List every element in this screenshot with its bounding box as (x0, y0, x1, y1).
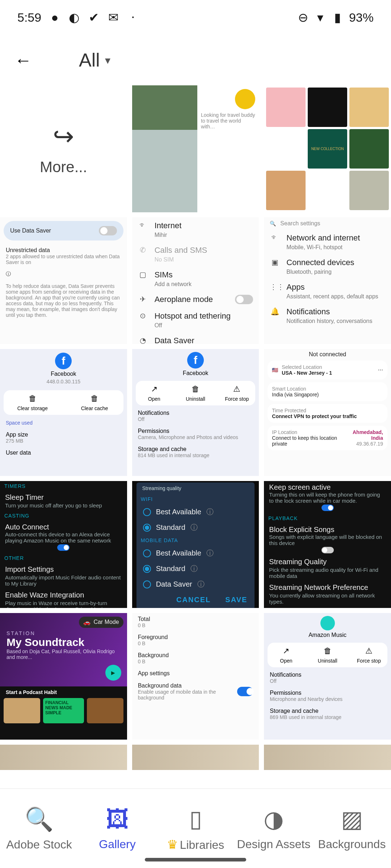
car-mode-chip[interactable]: 🚗 Car Mode (79, 617, 123, 628)
data-saver-toggle[interactable] (99, 226, 117, 235)
clear-cache-button[interactable]: 🗑Clear cache (66, 390, 123, 415)
wifi-best-option[interactable]: Best Availableⓘ (136, 504, 255, 520)
wifi-icon: ᯤ (138, 221, 148, 229)
thumb-data-usage[interactable]: Total0 B Foreground0 B Background0 B App… (132, 613, 259, 740)
hotspot-sub: Off (155, 322, 231, 329)
bgdata-toggle[interactable] (237, 687, 253, 696)
thumb-settings-home[interactable]: 🔍Search settings ᯤNetwork and internetMo… (264, 217, 391, 344)
vpn-ip-v: Connect to keep this location private (272, 435, 341, 447)
fg-value: 0 B (138, 641, 253, 646)
nav-design-assets[interactable]: ◑ Design Assets (235, 789, 313, 868)
mobile-datasaver-option[interactable]: Data Saverⓘ (136, 576, 255, 592)
save-button[interactable]: SAVE (225, 596, 247, 604)
unrestricted-sub: 2 apps allowed to use unrestricted data … (6, 254, 121, 265)
bg-label: Background (138, 652, 253, 659)
am-notif: Notifications (270, 672, 385, 678)
facebook-icon: f (55, 353, 72, 369)
app-size-label: App size (6, 431, 121, 438)
mobile-best-option[interactable]: Best Availableⓘ (136, 545, 255, 561)
total-label: Total (138, 616, 253, 622)
more-tile[interactable]: ↪ More... (0, 85, 127, 212)
vpn-time-l: Time Protected (272, 408, 383, 413)
vpn-smart-l: Smart Location (272, 386, 383, 392)
open-button[interactable]: ↗Open (268, 643, 304, 667)
thumb-photo-3[interactable] (264, 745, 391, 770)
thumb-music-home[interactable]: 🚗 Car Mode STATION My Soundtrack Based o… (0, 613, 127, 740)
waze: Enable Waze Integration (5, 591, 122, 599)
battery-percent: 93% (349, 10, 374, 25)
calls-label: Calls and SMS (155, 246, 207, 255)
auto-connect: Auto Connect (5, 523, 49, 531)
warn-icon: ⚠ (233, 384, 240, 394)
aero-label: Aeroplane mode (155, 295, 213, 304)
more-icon[interactable]: ⋯ (378, 367, 383, 373)
thumb-data-saver[interactable]: Use Data Saver Unrestricted data 2 apps … (0, 217, 127, 344)
album-dropdown[interactable]: All ▾ (79, 49, 110, 71)
app-settings-label: App settings (132, 667, 259, 680)
snp-sub: You currently allow streaming on all net… (269, 592, 386, 605)
bg-value: 0 B (138, 659, 253, 664)
amazon-music-icon (320, 616, 335, 630)
status-bar: 5:59 ● ◐ ✔ ✉ • ⊖ ▾ ▮ 93% (0, 0, 391, 35)
net-sub: Mobile, Wi-Fi, hotspot (286, 244, 360, 251)
nav-backgrounds[interactable]: ▨ Backgrounds (313, 789, 391, 868)
dialog-title: Streaming quality (136, 482, 255, 494)
sims-sub: Add a network (155, 281, 192, 288)
thumb-vpn[interactable]: Not connected 🇺🇸Selected LocationUSA - N… (264, 349, 391, 476)
thumb-photo-1[interactable] (0, 745, 127, 770)
am-perm: Permissions (270, 690, 385, 696)
info-icon: ⓘ (6, 271, 11, 277)
wifi-standard-option[interactable]: Standardⓘ (136, 520, 255, 535)
force-stop-button[interactable]: ⚠Force stop (218, 381, 255, 405)
gesture-bar (145, 858, 246, 861)
gallery-grid: ↪ More... Looking for travel buddy to tr… (0, 85, 391, 770)
datasaver-label: Data Saver (155, 336, 194, 344)
podcast-card[interactable]: FINANCIAL NEWS MADE SIMPLE (43, 698, 84, 723)
app-size-value: 275 MB (6, 438, 121, 444)
thumb-waterfall[interactable]: Looking for travel buddy to travel the w… (132, 85, 259, 212)
aero-toggle[interactable] (235, 295, 253, 304)
total-value: 0 B (138, 622, 253, 628)
nav-gallery[interactable]: 🖼 Gallery (78, 789, 156, 868)
thumb-amazon-appinfo[interactable]: Amazon Music ↗Open 🗑Uninstall ⚠Force sto… (264, 613, 391, 740)
nav-libraries[interactable]: ▯ ♛Libraries (156, 789, 235, 868)
block-toggle[interactable] (321, 547, 334, 553)
cancel-button[interactable]: CANCEL (176, 596, 211, 604)
battery-icon: ▮ (332, 11, 344, 24)
auto-connect-sub: Auto-connect this device to an Alexa dev… (5, 531, 122, 544)
thumb-playback[interactable]: Keep screen activeTurning this on will k… (264, 481, 391, 608)
thumb-stream-dialog[interactable]: Streaming quality WIFI Best Availableⓘ S… (132, 481, 259, 608)
play-button[interactable]: ▶ (105, 665, 121, 681)
nav-adobe-stock[interactable]: 🔍 Adobe Stock (0, 789, 78, 868)
auto-connect-toggle[interactable] (57, 544, 70, 551)
station-sub: Based on Doja Cat, Paul Russell, Olivia … (7, 648, 121, 660)
conn-sub: Bluetooth, pairing (286, 269, 354, 275)
back-button[interactable]: ← (14, 50, 32, 70)
force-stop-button[interactable]: ⚠Force stop (350, 643, 387, 667)
vpn-status: Not connected (268, 351, 387, 358)
mobile-standard-option[interactable]: Standardⓘ (136, 561, 255, 576)
fb-perm-sub: Camera, Microphone and Photos and videos (138, 434, 253, 440)
hotspot-icon: ⊙ (138, 311, 148, 320)
mail-icon: ✉ (107, 11, 119, 24)
notif-sub: Notification history, conversations (286, 318, 372, 324)
keep-screen-toggle[interactable] (321, 505, 334, 511)
thumb-amazon-settings[interactable]: TIMERS Sleep TimerTurn your music off af… (0, 481, 127, 608)
thumb-fb-storage[interactable]: f Facebook 448.0.0.30.115 🗑Clear storage… (0, 349, 127, 476)
internet-sub: Mihir (155, 232, 182, 238)
chat-icon: ● (49, 11, 61, 24)
uninstall-button[interactable]: 🗑Uninstall (177, 381, 214, 405)
mobile-header: MOBILE DATA (136, 535, 255, 545)
app-top-bar: ← All ▾ (0, 35, 391, 85)
clear-storage-button[interactable]: 🗑Clear storage (4, 390, 61, 415)
sleep-timer-sub: Turn your music off after you go to slee… (5, 502, 122, 509)
sleep-timer: Sleep Timer (5, 493, 122, 502)
uninstall-button[interactable]: 🗑Uninstall (309, 643, 346, 667)
thumb-fb-appinfo[interactable]: f Facebook ↗Open 🗑Uninstall ⚠Force stop … (132, 349, 259, 476)
thumb-network-settings[interactable]: ᯤInternetMihir ✆Calls and SMSNo SIM ▢SIM… (132, 217, 259, 344)
open-button[interactable]: ↗Open (136, 381, 173, 405)
data-saver-help: To help reduce data usage, Data Saver pr… (0, 280, 127, 321)
thumb-collage[interactable]: NEW COLLECTION (264, 85, 391, 212)
dnd-icon: ⊖ (297, 11, 309, 24)
thumb-photo-2[interactable] (132, 745, 259, 770)
